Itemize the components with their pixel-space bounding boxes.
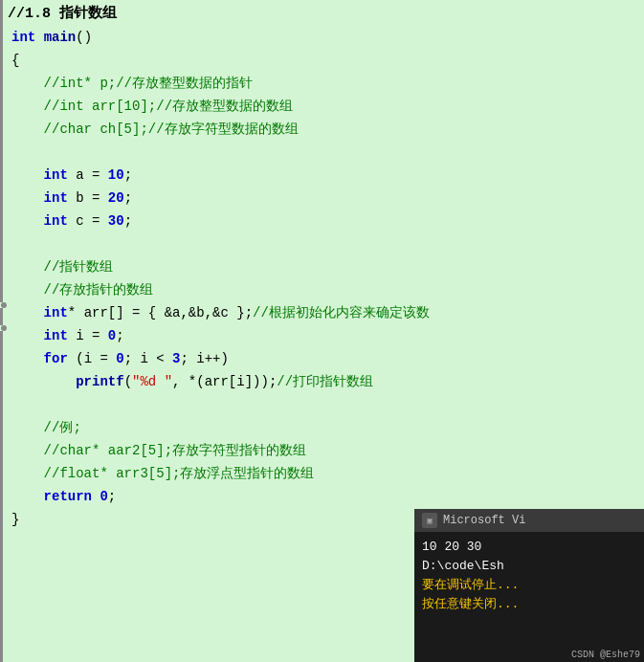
line-11: //指针数组 (0, 255, 644, 278)
gutter-13 (0, 302, 8, 308)
line-content-13: int* arr[] = { &a,&b,&c };//根据初始化内容来确定该数 (8, 302, 430, 323)
line-18: //例; (0, 416, 644, 439)
line-15: for (i = 0; i < 3; i++) (0, 347, 644, 370)
terminal-title-bar: ▣ Microsoft Vi (414, 509, 644, 532)
terminal-note-line2: 按任意键关闭... (422, 595, 636, 614)
line-6 (0, 141, 644, 164)
line-7: int a = 10; (0, 164, 644, 187)
terminal-note-line1: 要在调试停止... (422, 576, 636, 595)
line-content-16: printf("%d ", *(arr[i]));//打印指针数组 (8, 371, 373, 392)
line-17 (0, 393, 644, 416)
line-19: //char* aar2[5];存放字符型指针的数组 (0, 439, 644, 462)
line-content-21: return 0; (8, 486, 116, 507)
line-12: //存放指针的数组 (0, 278, 644, 301)
line-content-8: int b = 20; (8, 188, 132, 209)
line-content-4: //int arr[10];//存放整型数据的数组 (8, 96, 293, 117)
code-area: int main() { //int* p;//存放整型数据的指针 //int … (0, 26, 644, 531)
gutter-dot-14 (1, 325, 7, 331)
line-content-22: } (8, 509, 19, 530)
line-content-2: { (8, 50, 19, 71)
line-10 (0, 232, 644, 255)
kw-int-c: int (44, 213, 68, 229)
line-content-17 (8, 394, 19, 415)
kw-int-i: int (44, 328, 68, 343)
line-content-9: int c = 30; (8, 210, 132, 232)
terminal-overlay: ▣ Microsoft Vi 10 20 30 D:\code\Esh 要在调试… (414, 509, 644, 662)
line-16: printf("%d ", *(arr[i]));//打印指针数组 (0, 370, 644, 393)
line-content-15: for (i = 0; i < 3; i++) (8, 348, 229, 369)
line-content-14: int i = 0; (8, 325, 124, 346)
gutter-dot-13 (1, 302, 7, 308)
line-content-7: int a = 10; (8, 165, 132, 186)
kw-return: return (44, 489, 92, 504)
terminal-title: Microsoft Vi (443, 514, 525, 527)
title-text: //1.8 指针数组 (8, 6, 117, 22)
line-14: int i = 0; (0, 324, 644, 347)
kw-int-b: int (44, 190, 68, 206)
kw-int-a: int (44, 167, 68, 183)
keyword-int: int (11, 30, 35, 45)
line-content-19: //char* aar2[5];存放字符型指针的数组 (8, 440, 306, 461)
line-content-18: //例; (8, 417, 81, 438)
terminal-output-line1: 10 20 30 (422, 538, 636, 557)
kw-int-arr: int (44, 305, 68, 320)
terminal-icon: ▣ (422, 513, 437, 528)
terminal-output-line2: D:\code\Esh (422, 557, 636, 576)
line-content-3: //int* p;//存放整型数据的指针 (8, 73, 253, 94)
line-content-11: //指针数组 (8, 256, 113, 277)
terminal-content: 10 20 30 D:\code\Esh 要在调试停止... 按任意键关闭... (414, 532, 644, 662)
line-1: int main() (0, 26, 644, 49)
csdn-badge: CSDN @Eshe79 (571, 650, 640, 660)
code-text (35, 30, 43, 45)
line-20: //float* arr3[5];存放浮点型指针的数组 (0, 462, 644, 485)
editor-container: //1.8 指针数组 int main() { //int* p;//存放整型数… (0, 0, 644, 662)
gutter-14 (0, 325, 8, 331)
line-content-12: //存放指针的数组 (8, 279, 153, 300)
line-content-20: //float* arr3[5];存放浮点型指针的数组 (8, 463, 314, 484)
line-content-10 (8, 233, 19, 254)
fn-printf: printf (76, 374, 123, 389)
line-2: { (0, 49, 644, 72)
line-21: return 0; (0, 485, 644, 508)
func-main: main (44, 30, 77, 45)
line-13: int* arr[] = { &a,&b,&c };//根据初始化内容来确定该数 (0, 301, 644, 324)
line-content-5: //char ch[5];//存放字符型数据的数组 (8, 119, 299, 140)
line-content-6 (8, 142, 19, 163)
line-3: //int* p;//存放整型数据的指针 (0, 72, 644, 95)
line-4: //int arr[10];//存放整型数据的数组 (0, 95, 644, 118)
kw-for: for (44, 351, 68, 366)
line-content-1: int main() (8, 27, 92, 48)
line-5: //char ch[5];//存放字符型数据的数组 (0, 118, 644, 141)
line-9: int c = 30; (0, 210, 644, 232)
line-8: int b = 20; (0, 187, 644, 210)
title-bar: //1.8 指针数组 (0, 0, 644, 26)
